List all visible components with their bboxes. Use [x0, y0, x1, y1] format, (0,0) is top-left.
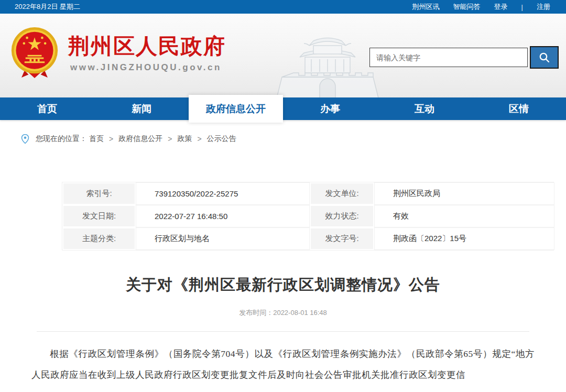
search-input[interactable] [369, 48, 528, 67]
meta-value-index-number: 739120350/2022-25275 [136, 182, 310, 205]
site-brand[interactable]: 荆州区人民政府 www.JINGZHOUQU.gov.cn [9, 26, 226, 79]
topbar-links: 荆州区讯 智能问答 登录 | 注册 [412, 2, 550, 12]
search-icon [538, 51, 551, 64]
breadcrumb-prefix: 您现在的位置： [36, 134, 87, 144]
breadcrumb: 您现在的位置： 首页 > 政府信息公开 > 政策 > 公示公告 [0, 120, 566, 144]
topbar-link-smart-qa[interactable]: 智能问答 [453, 2, 481, 12]
brand-text: 荆州区人民政府 www.JINGZHOUQU.gov.cn [68, 26, 226, 79]
breadcrumb-separator: > [109, 135, 113, 143]
nav-tab-news[interactable]: 新闻 [94, 97, 189, 120]
document-metadata-table: 索引号: 739120350/2022-25275 发文单位: 荆州区民政局 发… [62, 182, 554, 251]
search-button[interactable] [530, 46, 559, 69]
meta-value-document-number: 荆政函〔2022〕15号 [374, 227, 554, 250]
breadcrumb-separator: > [168, 135, 172, 143]
publish-time: 发布时间：2022-08-01 16:48 [0, 308, 566, 318]
content-divider [37, 331, 529, 332]
breadcrumb-policy[interactable]: 政策 [177, 134, 192, 144]
meta-label-issuing-unit: 发文单位: [310, 182, 374, 205]
meta-label-index-number: 索引号: [62, 182, 136, 205]
current-date: 2022年8月2日 星期二 [15, 2, 80, 12]
publish-time-label: 发布时间： [239, 309, 273, 317]
breadcrumb-gov-info[interactable]: 政府信息公开 [118, 134, 162, 144]
article-body-paragraph: 根据《行政区划管理条例》（国务院令第704号）以及《行政区划管理条例实施办法》（… [31, 343, 535, 385]
national-emblem-logo [9, 26, 60, 79]
topbar-separator: | [521, 3, 523, 11]
breadcrumb-separator: > [197, 135, 201, 143]
location-pin-icon [21, 134, 29, 144]
publish-time-value: 2022-08-01 16:48 [273, 309, 327, 317]
meta-value-issue-date: 2022-07-27 16:48:50 [136, 205, 310, 227]
meta-value-validity-status: 有效 [374, 205, 554, 227]
topbar-link-login[interactable]: 登录 [494, 2, 508, 12]
nav-tab-home[interactable]: 首页 [0, 97, 94, 120]
breadcrumb-home[interactable]: 首页 [89, 134, 104, 144]
main-navigation: 首页 新闻 政府信息公开 办事 互动 区情 [0, 97, 566, 120]
nav-tab-gov-info-disclosure[interactable]: 政府信息公开 [189, 95, 283, 123]
article-title: 关于对《荆州区最新行政区划调整情况》公告 [0, 275, 566, 296]
meta-label-document-number: 发文字号: [310, 227, 374, 250]
breadcrumb-public-notice[interactable]: 公示公告 [207, 134, 236, 144]
top-utility-bar: 2022年8月2日 星期二 荆州区讯 智能问答 登录 | 注册 [0, 0, 566, 14]
topbar-link-district-news[interactable]: 荆州区讯 [412, 2, 440, 12]
meta-label-topic-category: 主题分类: [62, 227, 136, 250]
site-url: www.JINGZHOUQU.gov.cn [70, 62, 226, 73]
nav-tab-interaction[interactable]: 互动 [377, 97, 472, 120]
city-gate-illustration [273, 33, 383, 97]
meta-value-issuing-unit: 荆州区民政局 [374, 182, 554, 205]
site-header: 荆州区人民政府 www.JINGZHOUQU.gov.cn [0, 14, 566, 97]
meta-label-issue-date: 发文日期: [62, 205, 136, 227]
meta-label-validity-status: 效力状态: [310, 205, 374, 227]
nav-tab-services[interactable]: 办事 [283, 97, 377, 120]
site-title: 荆州区人民政府 [68, 36, 226, 57]
meta-value-topic-category: 行政区划与地名 [136, 227, 310, 250]
topbar-link-register[interactable]: 注册 [537, 2, 550, 12]
nav-tab-district-overview[interactable]: 区情 [472, 97, 566, 120]
site-search [369, 46, 559, 69]
